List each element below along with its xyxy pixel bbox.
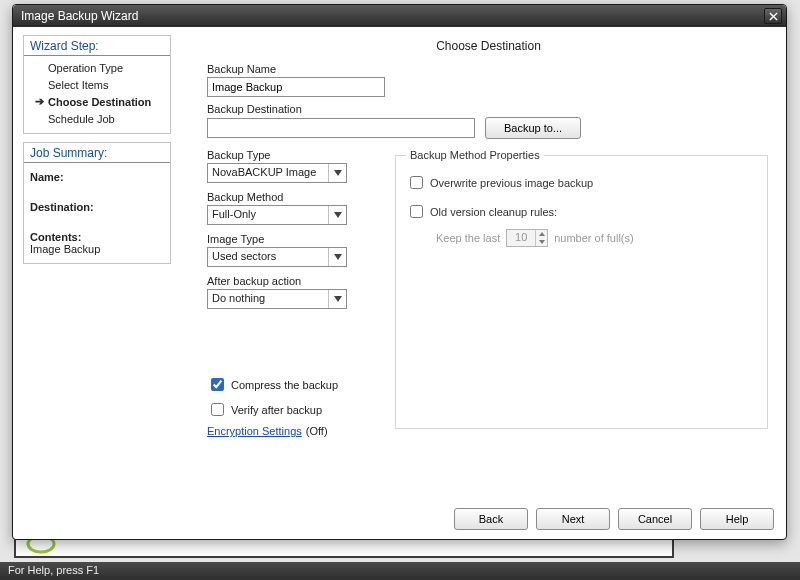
wizard-step-select-items[interactable]: ➔ Select Items [28, 76, 166, 93]
close-icon [769, 12, 778, 21]
wizard-steps-heading: Wizard Step: [24, 36, 170, 56]
after-action-value: Do nothing [208, 290, 328, 308]
window-title: Image Backup Wizard [21, 9, 764, 23]
compress-backup-checkbox[interactable] [211, 378, 224, 391]
overwrite-previous-checkbox[interactable] [410, 176, 423, 189]
backup-method-properties-legend: Backup Method Properties [406, 149, 544, 161]
page-title: Choose Destination [207, 39, 770, 53]
after-action-select[interactable]: Do nothing [207, 289, 347, 309]
wizard-step-label: Operation Type [48, 62, 123, 74]
backup-name-input[interactable] [207, 77, 385, 97]
close-button[interactable] [764, 8, 782, 24]
summary-contents-value: Image Backup [30, 243, 164, 255]
cleanup-rules-label: Old version cleanup rules: [430, 206, 557, 218]
chevron-down-icon [328, 290, 346, 308]
title-bar: Image Backup Wizard [13, 5, 786, 27]
cancel-button[interactable]: Cancel [618, 508, 692, 530]
back-button[interactable]: Back [454, 508, 528, 530]
wizard-step-schedule-job[interactable]: ➔ Schedule Job [28, 110, 166, 127]
keep-suffix-label: number of full(s) [554, 232, 633, 244]
help-button[interactable]: Help [700, 508, 774, 530]
backup-type-label: Backup Type [207, 149, 367, 161]
chevron-down-icon [328, 248, 346, 266]
summary-name-label: Name: [30, 171, 64, 183]
backup-method-label: Backup Method [207, 191, 367, 203]
spinner-down-icon[interactable] [536, 238, 547, 246]
backup-name-label: Backup Name [207, 63, 770, 75]
backup-type-select[interactable]: NovaBACKUP Image [207, 163, 347, 183]
backup-type-value: NovaBACKUP Image [208, 164, 328, 182]
keep-count-value: 10 [507, 230, 535, 246]
backup-destination-input[interactable] [207, 118, 475, 138]
image-type-label: Image Type [207, 233, 367, 245]
wizard-step-operation-type[interactable]: ➔ Operation Type [28, 59, 166, 76]
backup-destination-label: Backup Destination [207, 103, 770, 115]
wizard-step-choose-destination[interactable]: ➔ Choose Destination [28, 93, 166, 110]
chevron-down-icon [328, 164, 346, 182]
overwrite-previous-label: Overwrite previous image backup [430, 177, 593, 189]
backup-to-button[interactable]: Backup to... [485, 117, 581, 139]
summary-destination-label: Destination: [30, 201, 94, 213]
job-summary-panel: Job Summary: Name: Destination: Contents… [23, 142, 171, 264]
image-type-value: Used sectors [208, 248, 328, 266]
keep-count-spinner[interactable]: 10 [506, 229, 548, 247]
encryption-state: (Off) [306, 425, 328, 437]
wizard-step-label: Schedule Job [48, 113, 115, 125]
verify-backup-label: Verify after backup [231, 404, 322, 416]
step-current-icon: ➔ [34, 95, 44, 108]
wizard-step-label: Choose Destination [48, 96, 151, 108]
spinner-up-icon[interactable] [536, 230, 547, 238]
backup-method-value: Full-Only [208, 206, 328, 224]
wizard-steps-panel: Wizard Step: ➔ Operation Type ➔ Select I… [23, 35, 171, 134]
wizard-step-label: Select Items [48, 79, 109, 91]
encryption-settings-link[interactable]: Encryption Settings [207, 425, 302, 437]
backup-method-select[interactable]: Full-Only [207, 205, 347, 225]
dialog-button-bar: Back Next Cancel Help [13, 505, 786, 539]
status-text: For Help, press F1 [8, 564, 99, 576]
keep-prefix-label: Keep the last [436, 232, 500, 244]
summary-contents-label: Contents: [30, 231, 164, 243]
status-bar: For Help, press F1 [0, 562, 800, 580]
compress-backup-label: Compress the backup [231, 379, 338, 391]
image-type-select[interactable]: Used sectors [207, 247, 347, 267]
chevron-down-icon [328, 206, 346, 224]
job-summary-heading: Job Summary: [24, 143, 170, 163]
cleanup-rules-checkbox[interactable] [410, 205, 423, 218]
after-action-label: After backup action [207, 275, 367, 287]
next-button[interactable]: Next [536, 508, 610, 530]
backup-method-properties-group: Backup Method Properties Overwrite previ… [395, 149, 768, 429]
dialog-window: Image Backup Wizard Wizard Step: ➔ Opera… [12, 4, 787, 540]
verify-backup-checkbox[interactable] [211, 403, 224, 416]
